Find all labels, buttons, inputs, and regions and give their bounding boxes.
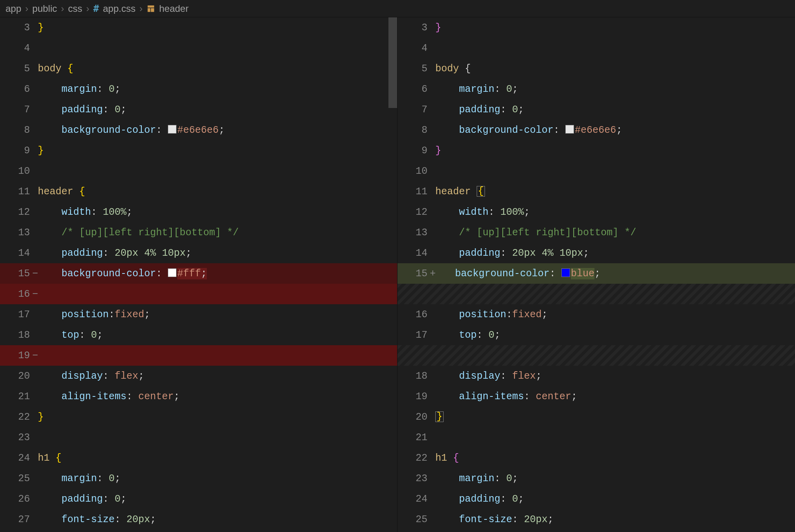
code-line[interactable] xyxy=(398,284,795,304)
code-line[interactable]: 13 /* [up][left right][bottom] */ xyxy=(0,222,397,243)
code-content[interactable]: padding: 0; xyxy=(435,493,795,505)
diff-left-pane[interactable]: 3}45body {6 margin: 0;7 padding: 0;8 bac… xyxy=(0,17,398,532)
code-line[interactable]: 27 font-size: 20px; xyxy=(0,509,397,530)
diff-right-pane[interactable]: 3}45body {6 margin: 0;7 padding: 0;8 bac… xyxy=(398,17,795,532)
code-line[interactable]: 17 top: 0; xyxy=(398,325,795,345)
code-line[interactable]: 8 background-color: #e6e6e6; xyxy=(0,120,397,140)
code-content[interactable]: } xyxy=(435,145,795,156)
breadcrumb-seg-file[interactable]: app.css xyxy=(103,3,136,14)
code-content[interactable]: top: 0; xyxy=(435,329,795,341)
code-content[interactable]: font-size: 20px; xyxy=(435,514,795,525)
code-content[interactable]: position:fixed; xyxy=(38,309,397,320)
code-line[interactable]: 20} xyxy=(398,407,795,427)
code-line[interactable]: 21 xyxy=(398,427,795,448)
code-content[interactable]: background-color: blue; xyxy=(435,268,795,279)
breadcrumb-seg-css[interactable]: css xyxy=(68,3,82,14)
code-content[interactable]: padding: 0; xyxy=(435,104,795,115)
scrollbar-thumb[interactable] xyxy=(388,17,397,108)
code-line[interactable]: 25 font-size: 20px; xyxy=(398,509,795,530)
code-content[interactable]: padding: 20px 4% 10px; xyxy=(38,247,397,259)
code-line[interactable]: 4 xyxy=(0,38,397,58)
code-content[interactable]: display: flex; xyxy=(435,370,795,382)
code-line[interactable]: 14 padding: 20px 4% 10px; xyxy=(398,243,795,263)
code-content[interactable]: width: 100%; xyxy=(435,206,795,218)
code-line[interactable]: 8 background-color: #e6e6e6; xyxy=(398,120,795,140)
code-content[interactable]: header { xyxy=(38,186,397,197)
code-content[interactable]: h1 { xyxy=(435,452,795,464)
code-line[interactable]: 16 position:fixed; xyxy=(398,304,795,325)
breadcrumb-seg-public[interactable]: public xyxy=(32,3,57,14)
code-content[interactable]: /* [up][left right][bottom] */ xyxy=(435,227,795,238)
code-line[interactable]: 20 display: flex; xyxy=(0,366,397,386)
code-content[interactable]: } xyxy=(435,22,795,33)
code-line[interactable]: 19− xyxy=(0,345,397,366)
code-content[interactable]: /* [up][left right][bottom] */ xyxy=(38,227,397,238)
code-line[interactable]: 15− background-color: #fff; xyxy=(0,263,397,284)
code-line[interactable]: 16− xyxy=(0,284,397,304)
code-line[interactable]: 22} xyxy=(0,407,397,427)
code-line[interactable]: 6 margin: 0; xyxy=(0,79,397,99)
code-content[interactable]: background-color: #fff; xyxy=(38,268,397,279)
code-content[interactable]: align-items: center; xyxy=(435,391,795,402)
code-line[interactable]: 24 padding: 0; xyxy=(398,489,795,509)
code-content[interactable]: padding: 20px 4% 10px; xyxy=(435,247,795,259)
breadcrumb[interactable]: app › public › css › # app.css › header xyxy=(0,0,795,17)
code-content[interactable]: font-size: 20px; xyxy=(38,514,397,525)
code-line[interactable]: 23 xyxy=(0,427,397,448)
code-line[interactable]: 18 display: flex; xyxy=(398,366,795,386)
code-content[interactable]: padding: 0; xyxy=(38,104,397,115)
code-content[interactable]: } xyxy=(435,411,795,423)
code-line[interactable]: 15+ background-color: blue; xyxy=(398,263,795,284)
code-line[interactable]: 7 padding: 0; xyxy=(0,99,397,120)
code-line[interactable]: 4 xyxy=(398,38,795,58)
scrollbar[interactable] xyxy=(388,17,397,532)
code-content[interactable]: } xyxy=(38,22,397,33)
code-content[interactable]: margin: 0; xyxy=(38,473,397,484)
code-content[interactable]: padding: 0; xyxy=(38,493,397,505)
code-content[interactable]: background-color: #e6e6e6; xyxy=(435,125,795,136)
code-content[interactable]: } xyxy=(38,411,397,423)
code-line[interactable]: 11header { xyxy=(0,181,397,202)
code-content[interactable]: margin: 0; xyxy=(435,84,795,95)
code-content[interactable]: top: 0; xyxy=(38,329,397,341)
code-line[interactable]: 6 margin: 0; xyxy=(398,79,795,99)
code-line[interactable]: 5body { xyxy=(398,58,795,79)
code-line[interactable]: 21 align-items: center; xyxy=(0,386,397,407)
code-line[interactable]: 14 padding: 20px 4% 10px; xyxy=(0,243,397,263)
code-line[interactable]: 18 top: 0; xyxy=(0,325,397,345)
code-content[interactable]: } xyxy=(38,145,397,156)
code-content[interactable]: position:fixed; xyxy=(435,309,795,320)
code-content[interactable]: margin: 0; xyxy=(435,473,795,484)
code-line[interactable]: 24h1 { xyxy=(0,448,397,468)
code-line[interactable]: 3} xyxy=(398,17,795,38)
code-line[interactable]: 23 margin: 0; xyxy=(398,468,795,489)
code-content[interactable]: align-items: center; xyxy=(38,391,397,402)
breadcrumb-seg-app[interactable]: app xyxy=(6,3,21,14)
code-line[interactable]: 19 align-items: center; xyxy=(398,386,795,407)
code-line[interactable]: 9} xyxy=(0,140,397,161)
code-line[interactable]: 9} xyxy=(398,140,795,161)
code-line[interactable]: 11header { xyxy=(398,181,795,202)
code-content[interactable]: width: 100%; xyxy=(38,206,397,218)
code-line[interactable]: 5body { xyxy=(0,58,397,79)
code-content[interactable]: margin: 0; xyxy=(38,84,397,95)
code-line[interactable]: 13 /* [up][left right][bottom] */ xyxy=(398,222,795,243)
code-content[interactable]: body { xyxy=(38,63,397,74)
code-line[interactable]: 26 padding: 0; xyxy=(0,489,397,509)
code-line[interactable]: 17 position:fixed; xyxy=(0,304,397,325)
code-content[interactable]: header { xyxy=(435,186,795,197)
breadcrumb-seg-symbol[interactable]: header xyxy=(159,3,189,14)
code-line[interactable]: 22h1 { xyxy=(398,448,795,468)
code-content[interactable]: background-color: #e6e6e6; xyxy=(38,125,397,136)
code-line[interactable]: 7 padding: 0; xyxy=(398,99,795,120)
code-line[interactable] xyxy=(398,345,795,366)
code-content[interactable]: body { xyxy=(435,63,795,74)
code-line[interactable]: 10 xyxy=(0,161,397,181)
code-content[interactable]: h1 { xyxy=(38,452,397,464)
code-content[interactable]: display: flex; xyxy=(38,370,397,382)
code-line[interactable]: 25 margin: 0; xyxy=(0,468,397,489)
code-line[interactable]: 10 xyxy=(398,161,795,181)
code-line[interactable]: 12 width: 100%; xyxy=(398,202,795,222)
code-line[interactable]: 12 width: 100%; xyxy=(0,202,397,222)
code-line[interactable]: 3} xyxy=(0,17,397,38)
